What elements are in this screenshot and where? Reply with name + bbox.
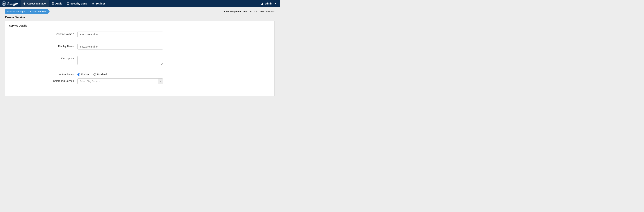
radio-enabled[interactable]: Enabled (78, 73, 90, 76)
chevron-down-icon (160, 81, 161, 82)
select-toggle[interactable] (158, 79, 163, 84)
label-description: Description (9, 56, 78, 60)
timestamp-label: Last Response Time : (224, 10, 249, 13)
nav-audit[interactable]: Audit (49, 0, 64, 7)
label-display-name: Display Name (9, 44, 78, 48)
section-title: Service Details : (9, 24, 270, 28)
service-panel: Service Details : Service Name * Display… (5, 21, 274, 96)
svg-text:R: R (3, 2, 5, 5)
radio-disabled[interactable]: Disabled (94, 73, 107, 76)
breadcrumb-label: Service Manager (7, 10, 25, 13)
brand-text: Ranger (7, 1, 18, 6)
label-active-status: Active Status (9, 72, 78, 76)
row-service-name: Service Name * (9, 32, 270, 37)
select-placeholder: Select Tag Service (78, 79, 158, 84)
breadcrumb-label: Create Service (30, 10, 46, 13)
radio-dot-icon (78, 73, 80, 76)
input-description[interactable] (78, 56, 163, 65)
top-navbar: R Ranger Access Manager Audit Security Z… (0, 0, 280, 7)
bolt-box-icon (67, 2, 69, 5)
timestamp-value: 06/17/2022 05:17:39 PM (249, 10, 274, 13)
nav-label: Settings (96, 2, 106, 5)
svg-point-3 (262, 3, 263, 3)
subbar: Service Manager Create Service Last Resp… (0, 7, 280, 15)
label-service-name: Service Name * (9, 32, 78, 35)
label-tag-service: Select Tag Service (9, 78, 78, 82)
nav-label: Security Zone (70, 2, 87, 5)
radio-group-active-status: Enabled Disabled (78, 72, 163, 76)
row-active-status: Active Status Enabled Disabled (9, 72, 270, 76)
breadcrumb-create-service[interactable]: Create Service (27, 9, 48, 14)
gear-icon (92, 2, 94, 5)
brand[interactable]: R Ranger (2, 0, 21, 7)
page-title: Create Service (0, 15, 280, 21)
radio-dot-icon (94, 73, 96, 76)
nav-access-manager[interactable]: Access Manager (21, 0, 49, 7)
nav-label: Audit (55, 2, 62, 5)
nav-label: Access Manager (27, 2, 47, 5)
last-response-time: Last Response Time : 06/17/2022 05:17:39… (224, 10, 274, 13)
chevron-down-icon (274, 3, 276, 4)
nav-settings[interactable]: Settings (90, 0, 108, 7)
shield-icon (23, 2, 26, 5)
user-menu[interactable]: admin (258, 0, 280, 7)
row-tag-service: Select Tag Service Select Tag Service (9, 78, 270, 84)
breadcrumb-service-manager[interactable]: Service Manager (5, 9, 27, 14)
row-display-name: Display Name (9, 44, 270, 49)
breadcrumb: Service Manager Create Service (5, 9, 48, 14)
nav-security-zone[interactable]: Security Zone (64, 0, 90, 7)
ranger-logo-icon: R (2, 1, 6, 6)
user-icon (261, 2, 264, 5)
select-tag-service[interactable]: Select Tag Service (78, 78, 163, 84)
svg-point-2 (93, 3, 94, 4)
document-icon (52, 2, 54, 5)
user-name: admin (265, 2, 272, 5)
nav-items: Access Manager Audit Security Zone Setti… (21, 0, 108, 7)
radio-label: Disabled (97, 73, 107, 76)
radio-label: Enabled (81, 73, 90, 76)
input-service-name[interactable] (78, 32, 163, 37)
input-display-name[interactable] (78, 44, 163, 49)
row-description: Description (9, 56, 270, 65)
